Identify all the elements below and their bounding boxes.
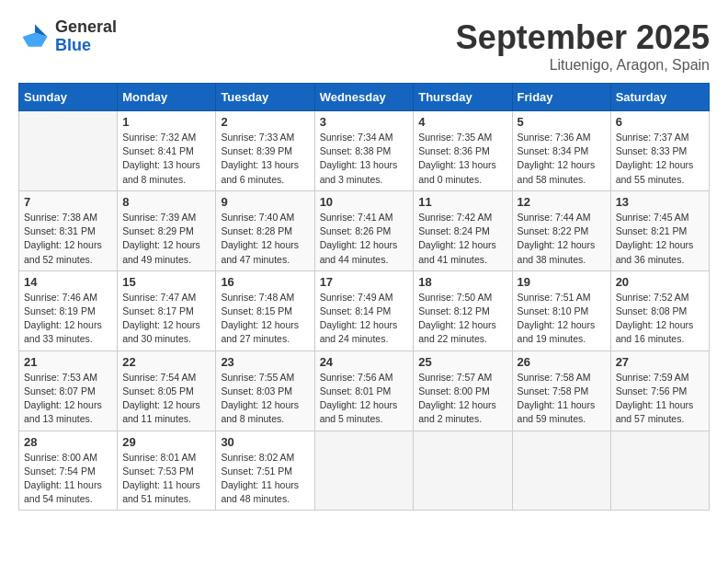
logo-blue-text: Blue [55,37,117,55]
day-info: Sunrise: 8:02 AM Sunset: 7:51 PM Dayligh… [221,451,309,507]
day-info: Sunrise: 7:47 AM Sunset: 8:17 PM Dayligh… [122,291,210,347]
day-info: Sunrise: 7:50 AM Sunset: 8:12 PM Dayligh… [418,291,506,347]
day-number: 26 [518,355,606,369]
day-number: 29 [122,435,210,449]
day-number: 5 [518,115,606,129]
day-number: 24 [320,355,409,369]
day-info: Sunrise: 7:34 AM Sunset: 8:38 PM Dayligh… [320,131,409,187]
calendar-cell: 26Sunrise: 7:58 AM Sunset: 7:58 PM Dayli… [512,350,610,431]
day-info: Sunrise: 7:56 AM Sunset: 8:01 PM Dayligh… [320,371,409,427]
day-number: 15 [122,275,210,289]
day-header-friday: Friday [512,84,610,111]
calendar-cell [512,431,610,511]
day-info: Sunrise: 8:01 AM Sunset: 7:53 PM Dayligh… [122,451,210,507]
calendar-cell: 5Sunrise: 7:36 AM Sunset: 8:34 PM Daylig… [512,111,610,191]
day-number: 8 [122,195,210,209]
day-number: 13 [616,195,704,209]
calendar-cell: 24Sunrise: 7:56 AM Sunset: 8:01 PM Dayli… [314,350,414,431]
title-section: September 2025 Lituenigo, Aragon, Spain [456,18,710,74]
calendar-cell: 17Sunrise: 7:49 AM Sunset: 8:14 PM Dayli… [314,270,414,350]
calendar-week-row: 7Sunrise: 7:38 AM Sunset: 8:31 PM Daylig… [19,190,710,270]
calendar-cell: 15Sunrise: 7:47 AM Sunset: 8:17 PM Dayli… [118,270,216,350]
calendar-week-row: 28Sunrise: 8:00 AM Sunset: 7:54 PM Dayli… [19,431,710,511]
month-title: September 2025 [456,18,710,57]
calendar-cell: 13Sunrise: 7:45 AM Sunset: 8:21 PM Dayli… [610,190,709,270]
day-number: 2 [221,115,309,129]
day-info: Sunrise: 7:46 AM Sunset: 8:19 PM Dayligh… [24,291,112,347]
calendar-cell: 6Sunrise: 7:37 AM Sunset: 8:33 PM Daylig… [610,111,709,191]
calendar-cell [314,431,414,511]
day-number: 7 [24,195,112,209]
calendar-cell: 16Sunrise: 7:48 AM Sunset: 8:15 PM Dayli… [216,270,314,350]
day-info: Sunrise: 7:59 AM Sunset: 7:56 PM Dayligh… [616,371,704,427]
page-header: General Blue September 2025 Lituenigo, A… [18,18,710,74]
day-number: 12 [518,195,606,209]
day-number: 4 [418,115,506,129]
day-info: Sunrise: 7:44 AM Sunset: 8:22 PM Dayligh… [518,211,606,267]
day-number: 16 [221,275,309,289]
logo-icon [18,20,51,53]
location: Lituenigo, Aragon, Spain [456,57,710,74]
day-number: 3 [320,115,409,129]
day-info: Sunrise: 7:57 AM Sunset: 8:00 PM Dayligh… [418,371,506,427]
day-header-sunday: Sunday [19,84,118,111]
day-number: 6 [616,115,704,129]
day-info: Sunrise: 7:54 AM Sunset: 8:05 PM Dayligh… [122,371,210,427]
calendar-cell: 29Sunrise: 8:01 AM Sunset: 7:53 PM Dayli… [118,431,216,511]
day-info: Sunrise: 7:41 AM Sunset: 8:26 PM Dayligh… [320,211,409,267]
day-number: 10 [320,195,409,209]
calendar-cell: 12Sunrise: 7:44 AM Sunset: 8:22 PM Dayli… [512,190,610,270]
day-info: Sunrise: 7:35 AM Sunset: 8:36 PM Dayligh… [418,131,506,187]
calendar-cell: 7Sunrise: 7:38 AM Sunset: 8:31 PM Daylig… [19,190,118,270]
calendar-header-row: SundayMondayTuesdayWednesdayThursdayFrid… [19,84,710,111]
calendar-cell: 2Sunrise: 7:33 AM Sunset: 8:39 PM Daylig… [216,111,314,191]
calendar-cell: 10Sunrise: 7:41 AM Sunset: 8:26 PM Dayli… [314,190,414,270]
calendar-cell: 28Sunrise: 8:00 AM Sunset: 7:54 PM Dayli… [19,431,118,511]
day-info: Sunrise: 7:52 AM Sunset: 8:08 PM Dayligh… [616,291,704,347]
day-number: 27 [616,355,704,369]
day-info: Sunrise: 7:37 AM Sunset: 8:33 PM Dayligh… [616,131,704,187]
calendar-cell: 1Sunrise: 7:32 AM Sunset: 8:41 PM Daylig… [118,111,216,191]
day-info: Sunrise: 7:40 AM Sunset: 8:28 PM Dayligh… [221,211,309,267]
day-header-wednesday: Wednesday [314,84,414,111]
day-number: 22 [122,355,210,369]
day-number: 17 [320,275,409,289]
day-number: 14 [24,275,112,289]
calendar-cell: 14Sunrise: 7:46 AM Sunset: 8:19 PM Dayli… [19,270,118,350]
day-info: Sunrise: 7:58 AM Sunset: 7:58 PM Dayligh… [518,371,606,427]
day-info: Sunrise: 7:49 AM Sunset: 8:14 PM Dayligh… [320,291,409,347]
calendar-cell [19,111,118,191]
calendar-cell: 30Sunrise: 8:02 AM Sunset: 7:51 PM Dayli… [216,431,314,511]
calendar-cell: 20Sunrise: 7:52 AM Sunset: 8:08 PM Dayli… [610,270,709,350]
day-info: Sunrise: 7:38 AM Sunset: 8:31 PM Dayligh… [24,211,112,267]
calendar-cell: 4Sunrise: 7:35 AM Sunset: 8:36 PM Daylig… [414,111,512,191]
calendar-cell: 22Sunrise: 7:54 AM Sunset: 8:05 PM Dayli… [118,350,216,431]
logo-text: General Blue [55,18,117,55]
day-number: 1 [122,115,210,129]
day-info: Sunrise: 7:39 AM Sunset: 8:29 PM Dayligh… [122,211,210,267]
day-info: Sunrise: 7:55 AM Sunset: 8:03 PM Dayligh… [221,371,309,427]
day-info: Sunrise: 7:36 AM Sunset: 8:34 PM Dayligh… [518,131,606,187]
day-header-monday: Monday [118,84,216,111]
calendar-cell: 8Sunrise: 7:39 AM Sunset: 8:29 PM Daylig… [118,190,216,270]
day-info: Sunrise: 7:33 AM Sunset: 8:39 PM Dayligh… [221,131,309,187]
calendar-cell: 11Sunrise: 7:42 AM Sunset: 8:24 PM Dayli… [414,190,512,270]
day-info: Sunrise: 7:45 AM Sunset: 8:21 PM Dayligh… [616,211,704,267]
calendar-cell: 9Sunrise: 7:40 AM Sunset: 8:28 PM Daylig… [216,190,314,270]
calendar-cell [610,431,709,511]
day-info: Sunrise: 7:51 AM Sunset: 8:10 PM Dayligh… [518,291,606,347]
logo: General Blue [18,18,117,55]
day-info: Sunrise: 7:48 AM Sunset: 8:15 PM Dayligh… [221,291,309,347]
day-number: 21 [24,355,112,369]
calendar-cell: 3Sunrise: 7:34 AM Sunset: 8:38 PM Daylig… [314,111,414,191]
day-info: Sunrise: 7:32 AM Sunset: 8:41 PM Dayligh… [122,131,210,187]
day-header-tuesday: Tuesday [216,84,314,111]
day-number: 19 [518,275,606,289]
calendar-cell: 18Sunrise: 7:50 AM Sunset: 8:12 PM Dayli… [414,270,512,350]
day-number: 28 [24,435,112,449]
day-number: 11 [418,195,506,209]
day-number: 30 [221,435,309,449]
day-info: Sunrise: 8:00 AM Sunset: 7:54 PM Dayligh… [24,451,112,507]
calendar-week-row: 1Sunrise: 7:32 AM Sunset: 8:41 PM Daylig… [19,111,710,191]
calendar-table: SundayMondayTuesdayWednesdayThursdayFrid… [18,83,710,511]
